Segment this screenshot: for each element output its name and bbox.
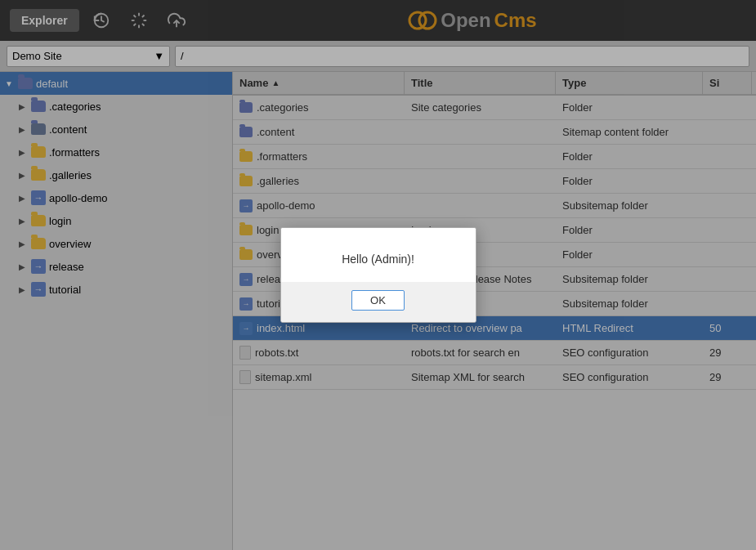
modal-overlay[interactable]: Hello (Admin)! OK bbox=[0, 0, 756, 550]
modal-body: Hello (Admin)! bbox=[281, 228, 476, 282]
modal-dialog: Hello (Admin)! OK bbox=[280, 227, 476, 323]
modal-message: Hello (Admin)! bbox=[342, 253, 414, 266]
modal-ok-button[interactable]: OK bbox=[351, 290, 405, 311]
modal-footer: OK bbox=[281, 282, 476, 322]
